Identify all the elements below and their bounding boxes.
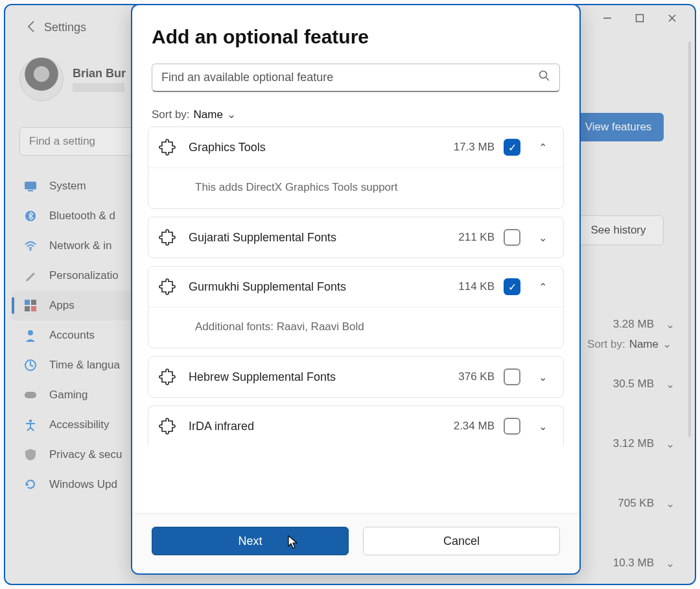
feature-size: 2.34 MB (439, 420, 495, 433)
feature-irda: IrDA infrared 2.34 MB ⌄ (148, 405, 564, 446)
chevron-up-icon[interactable]: ⌃ (533, 141, 552, 154)
feature-checkbox[interactable]: ✓ (504, 139, 520, 156)
feature-row[interactable]: Graphics Tools 17.3 MB ✓ ⌃ (148, 127, 563, 167)
puzzle-icon (155, 418, 180, 435)
puzzle-icon (155, 368, 180, 385)
chevron-down-icon: ⌄ (227, 108, 236, 121)
chevron-down-icon[interactable]: ⌄ (533, 232, 552, 244)
feature-checkbox[interactable] (504, 418, 520, 435)
feature-graphics-tools: Graphics Tools 17.3 MB ✓ ⌃ This adds Dir… (148, 126, 564, 209)
chevron-up-icon[interactable]: ⌃ (533, 281, 552, 293)
feature-checkbox[interactable] (504, 368, 520, 385)
feature-size: 211 KB (439, 231, 495, 244)
svg-line-17 (546, 77, 549, 80)
feature-hebrew-fonts: Hebrew Supplemental Fonts 376 KB ⌄ (148, 356, 564, 398)
dialog-footer: Next Cancel (132, 513, 579, 573)
feature-name: Hebrew Supplemental Fonts (189, 370, 430, 384)
add-feature-dialog: Add an optional feature Find an availabl… (131, 4, 581, 575)
chevron-down-icon[interactable]: ⌄ (533, 371, 552, 383)
feature-name: Graphics Tools (189, 141, 430, 154)
svg-point-16 (540, 71, 547, 78)
search-icon (539, 70, 550, 85)
feature-name: Gujarati Supplemental Fonts (189, 231, 430, 245)
feature-gujarati-fonts: Gujarati Supplemental Fonts 211 KB ⌄ (148, 217, 564, 258)
feature-size: 17.3 MB (439, 141, 495, 154)
feature-name: Gurmukhi Supplemental Fonts (189, 280, 430, 294)
next-button[interactable]: Next (152, 527, 349, 555)
dialog-title: Add an optional feature (152, 26, 560, 48)
cancel-button[interactable]: Cancel (363, 527, 560, 555)
dialog-sort-by[interactable]: Sort by: Name ⌄ (152, 108, 560, 121)
feature-description: This adds DirectX Graphics Tools support (148, 167, 563, 208)
puzzle-icon (155, 278, 180, 295)
puzzle-icon (155, 229, 180, 246)
feature-name: IrDA infrared (189, 420, 430, 433)
feature-row[interactable]: Hebrew Supplemental Fonts 376 KB ⌄ (148, 357, 563, 397)
puzzle-icon (155, 139, 180, 156)
sort-by-value: Name (194, 108, 223, 121)
feature-row[interactable]: Gurmukhi Supplemental Fonts 114 KB ✓ ⌃ (148, 267, 563, 307)
feature-size: 114 KB (439, 280, 495, 293)
feature-search-input[interactable]: Find an available optional feature (152, 64, 560, 92)
feature-size: 376 KB (439, 370, 495, 383)
settings-window: Settings Brian Bur Find a setting System… (4, 4, 696, 585)
chevron-down-icon[interactable]: ⌄ (533, 420, 552, 433)
feature-checkbox[interactable]: ✓ (504, 278, 520, 295)
sort-by-label: Sort by: (152, 108, 190, 121)
feature-row[interactable]: IrDA infrared 2.34 MB ⌄ (148, 406, 563, 446)
feature-row[interactable]: Gujarati Supplemental Fonts 211 KB ⌄ (148, 217, 563, 258)
feature-gurmukhi-fonts: Gurmukhi Supplemental Fonts 114 KB ✓ ⌃ A… (148, 266, 564, 348)
feature-list: Graphics Tools 17.3 MB ✓ ⌃ This adds Dir… (148, 126, 564, 446)
feature-checkbox[interactable] (504, 229, 520, 246)
feature-description: Additional fonts: Raavi, Raavi Bold (148, 307, 563, 348)
search-placeholder: Find an available optional feature (161, 71, 532, 84)
